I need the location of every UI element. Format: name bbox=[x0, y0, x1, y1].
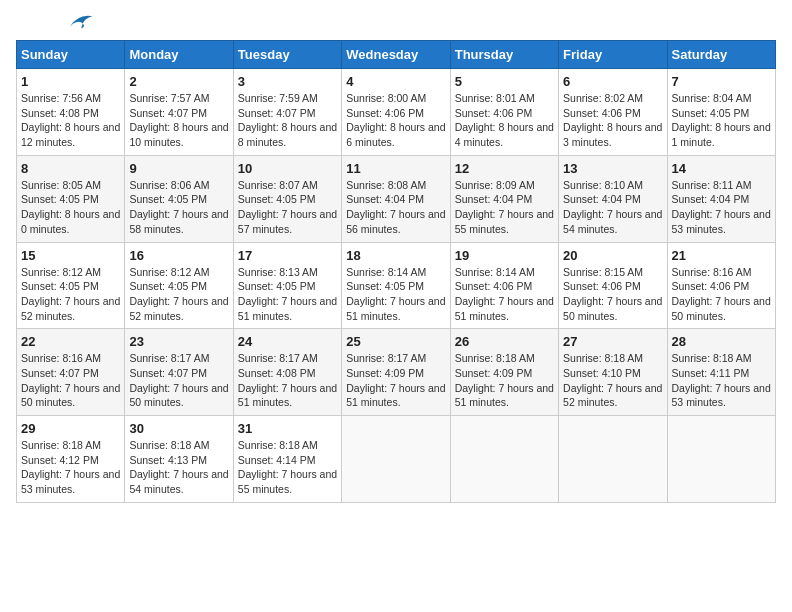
sunset-label: Sunset: 4:07 PM bbox=[129, 107, 207, 119]
calendar-cell bbox=[559, 416, 667, 503]
sunrise-label: Sunrise: 8:05 AM bbox=[21, 179, 101, 191]
day-info: Sunrise: 8:10 AM Sunset: 4:04 PM Dayligh… bbox=[563, 178, 662, 237]
calendar-week-row: 8 Sunrise: 8:05 AM Sunset: 4:05 PM Dayli… bbox=[17, 155, 776, 242]
day-number: 29 bbox=[21, 421, 120, 436]
sunrise-label: Sunrise: 8:17 AM bbox=[129, 352, 209, 364]
calendar-cell: 10 Sunrise: 8:07 AM Sunset: 4:05 PM Dayl… bbox=[233, 155, 341, 242]
day-info: Sunrise: 8:17 AM Sunset: 4:09 PM Dayligh… bbox=[346, 351, 445, 410]
calendar-cell: 21 Sunrise: 8:16 AM Sunset: 4:06 PM Dayl… bbox=[667, 242, 775, 329]
day-number: 24 bbox=[238, 334, 337, 349]
calendar-cell: 16 Sunrise: 8:12 AM Sunset: 4:05 PM Dayl… bbox=[125, 242, 233, 329]
daylight-label: Daylight: 8 hours and 10 minutes. bbox=[129, 121, 228, 148]
sunrise-label: Sunrise: 8:06 AM bbox=[129, 179, 209, 191]
day-number: 22 bbox=[21, 334, 120, 349]
sunset-label: Sunset: 4:09 PM bbox=[455, 367, 533, 379]
sunset-label: Sunset: 4:07 PM bbox=[21, 367, 99, 379]
day-info: Sunrise: 8:14 AM Sunset: 4:06 PM Dayligh… bbox=[455, 265, 554, 324]
day-number: 1 bbox=[21, 74, 120, 89]
day-number: 27 bbox=[563, 334, 662, 349]
sunset-label: Sunset: 4:07 PM bbox=[238, 107, 316, 119]
daylight-label: Daylight: 7 hours and 53 minutes. bbox=[672, 382, 771, 409]
day-of-week-header: Sunday bbox=[17, 41, 125, 69]
calendar-cell: 7 Sunrise: 8:04 AM Sunset: 4:05 PM Dayli… bbox=[667, 69, 775, 156]
sunset-label: Sunset: 4:12 PM bbox=[21, 454, 99, 466]
day-info: Sunrise: 8:13 AM Sunset: 4:05 PM Dayligh… bbox=[238, 265, 337, 324]
sunrise-label: Sunrise: 8:09 AM bbox=[455, 179, 535, 191]
day-info: Sunrise: 8:18 AM Sunset: 4:09 PM Dayligh… bbox=[455, 351, 554, 410]
daylight-label: Daylight: 7 hours and 57 minutes. bbox=[238, 208, 337, 235]
day-info: Sunrise: 8:06 AM Sunset: 4:05 PM Dayligh… bbox=[129, 178, 228, 237]
day-info: Sunrise: 8:09 AM Sunset: 4:04 PM Dayligh… bbox=[455, 178, 554, 237]
sunset-label: Sunset: 4:11 PM bbox=[672, 367, 750, 379]
calendar-cell: 2 Sunrise: 7:57 AM Sunset: 4:07 PM Dayli… bbox=[125, 69, 233, 156]
calendar-cell: 24 Sunrise: 8:17 AM Sunset: 4:08 PM Dayl… bbox=[233, 329, 341, 416]
sunrise-label: Sunrise: 8:15 AM bbox=[563, 266, 643, 278]
day-of-week-header: Monday bbox=[125, 41, 233, 69]
sunset-label: Sunset: 4:10 PM bbox=[563, 367, 641, 379]
day-info: Sunrise: 8:17 AM Sunset: 4:07 PM Dayligh… bbox=[129, 351, 228, 410]
daylight-label: Daylight: 7 hours and 51 minutes. bbox=[238, 295, 337, 322]
daylight-label: Daylight: 7 hours and 51 minutes. bbox=[346, 382, 445, 409]
sunset-label: Sunset: 4:05 PM bbox=[21, 280, 99, 292]
calendar-cell: 26 Sunrise: 8:18 AM Sunset: 4:09 PM Dayl… bbox=[450, 329, 558, 416]
day-number: 26 bbox=[455, 334, 554, 349]
sunrise-label: Sunrise: 8:18 AM bbox=[238, 439, 318, 451]
sunrise-label: Sunrise: 8:17 AM bbox=[238, 352, 318, 364]
calendar-week-row: 15 Sunrise: 8:12 AM Sunset: 4:05 PM Dayl… bbox=[17, 242, 776, 329]
calendar-cell: 22 Sunrise: 8:16 AM Sunset: 4:07 PM Dayl… bbox=[17, 329, 125, 416]
day-info: Sunrise: 7:59 AM Sunset: 4:07 PM Dayligh… bbox=[238, 91, 337, 150]
sunset-label: Sunset: 4:05 PM bbox=[346, 280, 424, 292]
daylight-label: Daylight: 7 hours and 52 minutes. bbox=[21, 295, 120, 322]
day-number: 30 bbox=[129, 421, 228, 436]
calendar-week-row: 29 Sunrise: 8:18 AM Sunset: 4:12 PM Dayl… bbox=[17, 416, 776, 503]
day-number: 14 bbox=[672, 161, 771, 176]
logo-bird-icon bbox=[62, 12, 94, 30]
sunrise-label: Sunrise: 8:14 AM bbox=[346, 266, 426, 278]
sunrise-label: Sunrise: 8:18 AM bbox=[21, 439, 101, 451]
day-info: Sunrise: 8:18 AM Sunset: 4:14 PM Dayligh… bbox=[238, 438, 337, 497]
day-info: Sunrise: 8:14 AM Sunset: 4:05 PM Dayligh… bbox=[346, 265, 445, 324]
daylight-label: Daylight: 8 hours and 3 minutes. bbox=[563, 121, 662, 148]
sunset-label: Sunset: 4:14 PM bbox=[238, 454, 316, 466]
day-number: 20 bbox=[563, 248, 662, 263]
day-of-week-header: Tuesday bbox=[233, 41, 341, 69]
day-info: Sunrise: 8:02 AM Sunset: 4:06 PM Dayligh… bbox=[563, 91, 662, 150]
calendar-cell: 13 Sunrise: 8:10 AM Sunset: 4:04 PM Dayl… bbox=[559, 155, 667, 242]
sunset-label: Sunset: 4:06 PM bbox=[563, 280, 641, 292]
daylight-label: Daylight: 7 hours and 51 minutes. bbox=[346, 295, 445, 322]
daylight-label: Daylight: 7 hours and 53 minutes. bbox=[672, 208, 771, 235]
sunset-label: Sunset: 4:07 PM bbox=[129, 367, 207, 379]
daylight-label: Daylight: 7 hours and 51 minutes. bbox=[455, 382, 554, 409]
sunset-label: Sunset: 4:05 PM bbox=[129, 280, 207, 292]
sunset-label: Sunset: 4:05 PM bbox=[21, 193, 99, 205]
day-number: 21 bbox=[672, 248, 771, 263]
day-info: Sunrise: 8:18 AM Sunset: 4:13 PM Dayligh… bbox=[129, 438, 228, 497]
sunrise-label: Sunrise: 7:56 AM bbox=[21, 92, 101, 104]
sunset-label: Sunset: 4:05 PM bbox=[238, 280, 316, 292]
sunset-label: Sunset: 4:06 PM bbox=[455, 107, 533, 119]
daylight-label: Daylight: 8 hours and 6 minutes. bbox=[346, 121, 445, 148]
daylight-label: Daylight: 7 hours and 51 minutes. bbox=[238, 382, 337, 409]
sunrise-label: Sunrise: 8:04 AM bbox=[672, 92, 752, 104]
calendar-cell: 30 Sunrise: 8:18 AM Sunset: 4:13 PM Dayl… bbox=[125, 416, 233, 503]
sunrise-label: Sunrise: 8:11 AM bbox=[672, 179, 752, 191]
calendar-cell: 8 Sunrise: 8:05 AM Sunset: 4:05 PM Dayli… bbox=[17, 155, 125, 242]
sunset-label: Sunset: 4:09 PM bbox=[346, 367, 424, 379]
day-info: Sunrise: 8:04 AM Sunset: 4:05 PM Dayligh… bbox=[672, 91, 771, 150]
sunset-label: Sunset: 4:08 PM bbox=[238, 367, 316, 379]
calendar-cell: 11 Sunrise: 8:08 AM Sunset: 4:04 PM Dayl… bbox=[342, 155, 450, 242]
calendar-cell: 9 Sunrise: 8:06 AM Sunset: 4:05 PM Dayli… bbox=[125, 155, 233, 242]
calendar-cell bbox=[450, 416, 558, 503]
day-number: 15 bbox=[21, 248, 120, 263]
calendar-cell: 5 Sunrise: 8:01 AM Sunset: 4:06 PM Dayli… bbox=[450, 69, 558, 156]
daylight-label: Daylight: 7 hours and 56 minutes. bbox=[346, 208, 445, 235]
daylight-label: Daylight: 7 hours and 50 minutes. bbox=[129, 382, 228, 409]
calendar-cell: 31 Sunrise: 8:18 AM Sunset: 4:14 PM Dayl… bbox=[233, 416, 341, 503]
calendar-cell: 15 Sunrise: 8:12 AM Sunset: 4:05 PM Dayl… bbox=[17, 242, 125, 329]
daylight-label: Daylight: 7 hours and 58 minutes. bbox=[129, 208, 228, 235]
calendar-cell: 18 Sunrise: 8:14 AM Sunset: 4:05 PM Dayl… bbox=[342, 242, 450, 329]
daylight-label: Daylight: 7 hours and 51 minutes. bbox=[455, 295, 554, 322]
day-info: Sunrise: 8:18 AM Sunset: 4:11 PM Dayligh… bbox=[672, 351, 771, 410]
daylight-label: Daylight: 7 hours and 50 minutes. bbox=[21, 382, 120, 409]
day-info: Sunrise: 8:18 AM Sunset: 4:12 PM Dayligh… bbox=[21, 438, 120, 497]
